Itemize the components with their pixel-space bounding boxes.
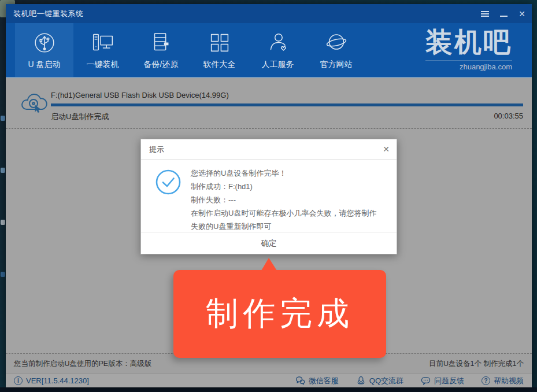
- nav-item-usb-boot[interactable]: U 盘启动: [15, 23, 73, 77]
- nav-label: 人工服务: [262, 60, 294, 70]
- dialog-line: 在制作启动U盘时可能存在极小几率会失败，请您将制作失败的U盘重新制作即可: [191, 206, 383, 233]
- nav-label: 官方网站: [320, 60, 353, 70]
- dialog-line: 您选择的U盘设备制作完毕！: [191, 167, 383, 180]
- globe-icon: [323, 29, 350, 56]
- person-icon: [265, 29, 291, 56]
- nav-item-backup-restore[interactable]: 备份/还原: [132, 23, 190, 77]
- nav-item-one-click-install[interactable]: 一键装机: [73, 23, 132, 77]
- window-title: 装机吧一键重装系统: [13, 9, 84, 19]
- nav-item-software[interactable]: 软件大全: [190, 23, 249, 77]
- logo-text: 装机吧: [425, 25, 512, 59]
- desktop-icon: [1, 168, 5, 173]
- ok-button[interactable]: 确定: [141, 232, 397, 254]
- computer-icon: [90, 29, 116, 56]
- completion-callout: 制作完成: [173, 270, 386, 358]
- nav-label: 备份/还原: [144, 60, 179, 70]
- nav-label: 软件大全: [203, 60, 236, 70]
- nav-label: 一键装机: [87, 60, 119, 70]
- dialog-line: 制作失败：---: [191, 193, 383, 206]
- dialog-line: 制作成功：F:(hd1): [191, 180, 383, 193]
- close-button[interactable]: ✕: [513, 4, 531, 23]
- dialog-title: 提示: [149, 145, 164, 154]
- usb-icon: [31, 29, 58, 56]
- desktop-icon: [1, 116, 5, 121]
- dialog-message: 您选择的U盘设备制作完毕！ 制作成功：F:(hd1) 制作失败：--- 在制作启…: [191, 167, 383, 233]
- dialog-close-button[interactable]: ✕: [383, 139, 390, 160]
- logo-domain: zhuangjiba.com: [425, 60, 512, 71]
- callout-pointer: [261, 258, 277, 271]
- taskbar-edge: [0, 387, 537, 392]
- app-window: 装机吧一键重装系统 ✕ U 盘启动 一键装机 备份/还原: [6, 4, 532, 387]
- titlebar: 装机吧一键重装系统 ✕: [6, 4, 532, 23]
- menu-button[interactable]: [476, 4, 494, 23]
- server-icon: [148, 29, 175, 56]
- nav-item-official-site[interactable]: 官方网站: [307, 23, 365, 77]
- brand-logo: 装机吧 zhuangjiba.com: [425, 25, 512, 71]
- grid-icon: [206, 29, 233, 56]
- nav-label: U 盘启动: [28, 60, 61, 70]
- callout-text: 制作完成: [206, 292, 354, 336]
- nav-item-human-service[interactable]: 人工服务: [249, 23, 307, 77]
- minimize-icon: [500, 16, 508, 17]
- prompt-dialog: 提示 ✕ 您选择的U盘设备制作完毕！ 制作成功：F:(hd1) 制作失败：---…: [140, 139, 397, 254]
- desktop-icon: [1, 220, 5, 225]
- hamburger-icon: [481, 10, 489, 18]
- desktop-icon: [1, 272, 5, 277]
- success-check-icon: [155, 169, 182, 195]
- minimize-button[interactable]: [495, 4, 512, 23]
- dialog-header: 提示 ✕: [141, 139, 397, 160]
- dialog-body: 您选择的U盘设备制作完毕！ 制作成功：F:(hd1) 制作失败：--- 在制作启…: [141, 160, 397, 233]
- nav-bar: U 盘启动 一键装机 备份/还原 软件大全 人工服务: [6, 23, 532, 77]
